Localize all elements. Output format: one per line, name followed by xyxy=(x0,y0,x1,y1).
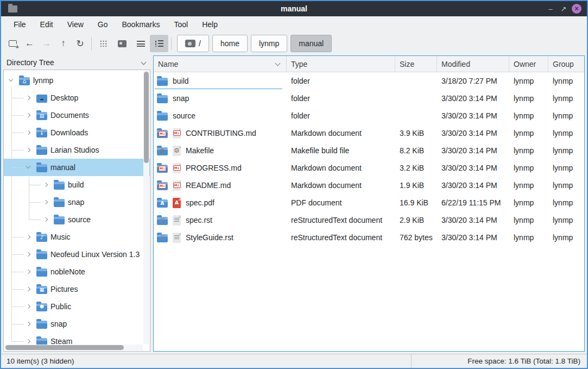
icon-view-button[interactable] xyxy=(94,35,113,52)
tree-item[interactable]: Desktop xyxy=(4,89,150,107)
path-segment-button[interactable]: manual xyxy=(290,35,332,52)
path-segment-button[interactable]: lynmp xyxy=(251,35,287,52)
column-header-owner[interactable]: Owner xyxy=(509,56,548,72)
tree-item[interactable]: Downloads xyxy=(4,124,150,141)
tree-item[interactable]: snap xyxy=(4,193,150,211)
file-type: Markdown document xyxy=(287,181,395,190)
document-icon xyxy=(173,163,181,173)
file-row[interactable]: spec.pdf PDF document 16.9 KiB 6/22/19 1… xyxy=(154,194,584,211)
menu-item[interactable]: Tool xyxy=(167,18,195,31)
file-row[interactable]: build folder 3/18/20 7:27 PM lynmp lynmp xyxy=(154,72,584,90)
minimize-button[interactable]: – xyxy=(546,4,555,14)
up-button[interactable]: ↑ xyxy=(55,35,72,52)
column-header-group[interactable]: Group xyxy=(548,56,584,72)
menu-item[interactable]: Go xyxy=(91,18,115,31)
new-tab-button[interactable] xyxy=(4,35,21,52)
expander-icon[interactable] xyxy=(24,93,33,102)
file-name-cell[interactable]: build xyxy=(154,72,287,90)
toolbar: ← → ↑ ↻ / home lynm xyxy=(1,33,587,54)
expander-icon[interactable] xyxy=(42,180,50,189)
tree-item[interactable]: Neofeud Linux Version 1.3 xyxy=(4,246,150,263)
file-name-cell[interactable]: CONTRIBUTING.md xyxy=(154,124,287,142)
file-name: build xyxy=(173,77,189,85)
scrollbar-thumb[interactable] xyxy=(5,345,124,350)
column-header-name[interactable]: Name xyxy=(154,56,287,72)
thumbnail-view-button[interactable] xyxy=(113,35,131,52)
tree-vertical-scrollbar[interactable] xyxy=(143,71,149,344)
tree-item[interactable]: build xyxy=(4,176,150,193)
tree-item[interactable]: Music xyxy=(4,228,150,246)
column-header-type[interactable]: Type xyxy=(287,56,395,72)
expander-icon[interactable] xyxy=(24,128,33,137)
folder-glyph-icon xyxy=(36,129,47,137)
close-button[interactable]: × xyxy=(572,4,581,14)
file-name: snap xyxy=(173,94,189,103)
forward-button[interactable]: → xyxy=(38,35,55,52)
tree-horizontal-scrollbar[interactable] xyxy=(4,345,143,351)
expander-icon[interactable] xyxy=(24,146,33,154)
back-button[interactable]: ← xyxy=(21,35,38,52)
file-name-cell[interactable]: PROGRESS.md xyxy=(154,159,287,177)
file-name-cell[interactable]: spec.pdf xyxy=(154,194,287,211)
file-row[interactable]: StyleGuide.rst reStructuredText document… xyxy=(154,229,584,246)
menu-item[interactable]: Edit xyxy=(33,18,60,31)
expander-icon[interactable] xyxy=(24,320,33,328)
detailed-list-view-button[interactable] xyxy=(150,35,168,52)
tree-item[interactable]: Public xyxy=(4,298,150,315)
expander-icon[interactable] xyxy=(24,302,33,311)
tree-item[interactable]: Pictures xyxy=(4,280,150,298)
file-row[interactable]: README.md Markdown document 1.9 KiB 3/30… xyxy=(154,177,584,194)
tree-item[interactable]: Larian Studios xyxy=(4,141,150,159)
reload-button[interactable]: ↻ xyxy=(72,35,88,52)
new-tab-icon xyxy=(9,40,17,47)
file-name-cell[interactable]: source xyxy=(154,107,287,124)
folder-glyph-icon xyxy=(36,147,47,155)
file-name-cell[interactable]: snap xyxy=(154,90,287,107)
expander-icon[interactable] xyxy=(24,111,33,120)
expander-icon[interactable] xyxy=(42,215,50,224)
path-segment-button[interactable]: home xyxy=(212,35,248,52)
file-name-cell[interactable]: StyleGuide.rst xyxy=(154,229,287,246)
expander-icon[interactable] xyxy=(24,285,33,293)
file-name-cell[interactable]: Makefile xyxy=(154,142,287,159)
folder-glyph-icon xyxy=(36,112,47,120)
tree-item[interactable]: source xyxy=(4,211,150,228)
file-row[interactable]: spec.rst reStructuredText document 2.9 K… xyxy=(154,211,584,229)
file-type: reStructuredText document xyxy=(287,216,395,224)
expander-icon[interactable] xyxy=(24,250,33,259)
directory-tree-header[interactable]: Directory Tree xyxy=(3,55,150,70)
tree-item[interactable]: lynmp xyxy=(4,72,150,89)
menu-item[interactable]: Bookmarks xyxy=(115,18,167,31)
expander-icon[interactable] xyxy=(24,163,33,172)
menu-item[interactable]: File xyxy=(7,18,33,31)
column-header-size[interactable]: Size xyxy=(395,56,437,72)
expander-icon[interactable] xyxy=(24,233,33,241)
file-name-cell[interactable]: README.md xyxy=(154,177,287,194)
tree-item[interactable]: Documents xyxy=(4,107,150,124)
file-row[interactable]: source folder 3/30/20 3:14 PM lynmp lynm… xyxy=(154,107,584,124)
file-type: Markdown document xyxy=(287,164,395,172)
tree-item-label: Downloads xyxy=(50,128,91,137)
tree-item[interactable]: nobleNote xyxy=(4,263,150,280)
tree-item-label: build xyxy=(68,180,87,189)
column-header-modified[interactable]: Modified xyxy=(437,56,509,72)
tree-item[interactable]: snap xyxy=(4,315,150,333)
tree-item[interactable]: manual xyxy=(4,159,150,176)
chevron-down-icon[interactable] xyxy=(142,60,146,65)
compact-view-button[interactable] xyxy=(131,35,150,52)
tree-item-label: nobleNote xyxy=(50,267,88,276)
file-row[interactable]: PROGRESS.md Markdown document 3.2 KiB 3/… xyxy=(154,159,584,177)
path-segment-button[interactable]: / xyxy=(177,35,209,52)
file-name-cell[interactable]: spec.rst xyxy=(154,211,287,229)
expander-icon[interactable] xyxy=(24,267,33,276)
maximize-button[interactable]: ↗ xyxy=(559,4,568,14)
file-row[interactable]: Makefile Makefile build file 8.2 KiB 3/3… xyxy=(154,142,584,159)
file-row[interactable]: snap folder 3/30/20 3:14 PM lynmp lynmp xyxy=(154,90,584,107)
folder-icon xyxy=(157,95,168,103)
file-row[interactable]: CONTRIBUTING.md Markdown document 3.9 Ki… xyxy=(154,124,584,142)
expander-icon[interactable] xyxy=(7,76,16,85)
menu-item[interactable]: View xyxy=(60,18,91,31)
expander-icon[interactable] xyxy=(42,198,50,207)
scrollbar-thumb[interactable] xyxy=(144,72,149,163)
menu-item[interactable]: Help xyxy=(195,18,225,31)
